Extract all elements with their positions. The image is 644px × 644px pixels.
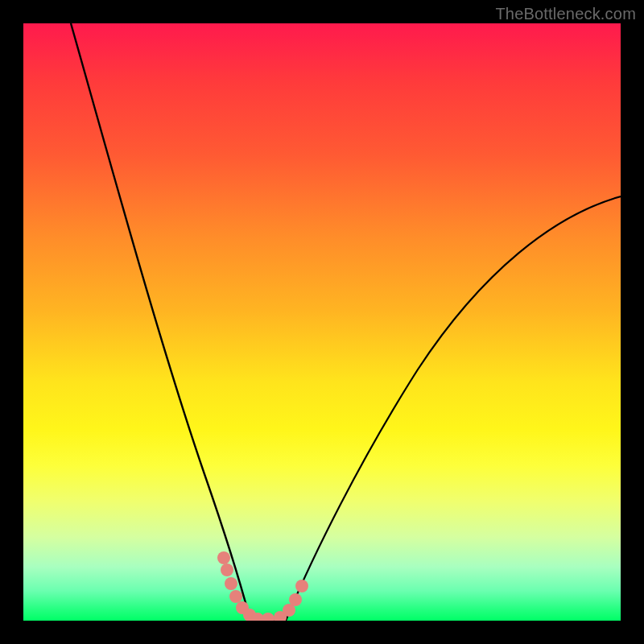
svg-point-1 (221, 564, 233, 576)
svg-point-11 (295, 580, 308, 592)
curve-layer (23, 23, 621, 621)
chart-frame: TheBottleneck.com (0, 0, 644, 644)
right-curve (286, 196, 621, 621)
left-curve (71, 23, 250, 621)
dotted-overlay (217, 551, 308, 621)
svg-point-2 (225, 577, 237, 590)
svg-point-10 (289, 593, 302, 606)
svg-point-7 (262, 613, 275, 621)
watermark-text: TheBottleneck.com (495, 5, 636, 23)
svg-point-0 (217, 551, 230, 564)
plot-area (23, 23, 621, 621)
svg-point-3 (229, 590, 242, 603)
